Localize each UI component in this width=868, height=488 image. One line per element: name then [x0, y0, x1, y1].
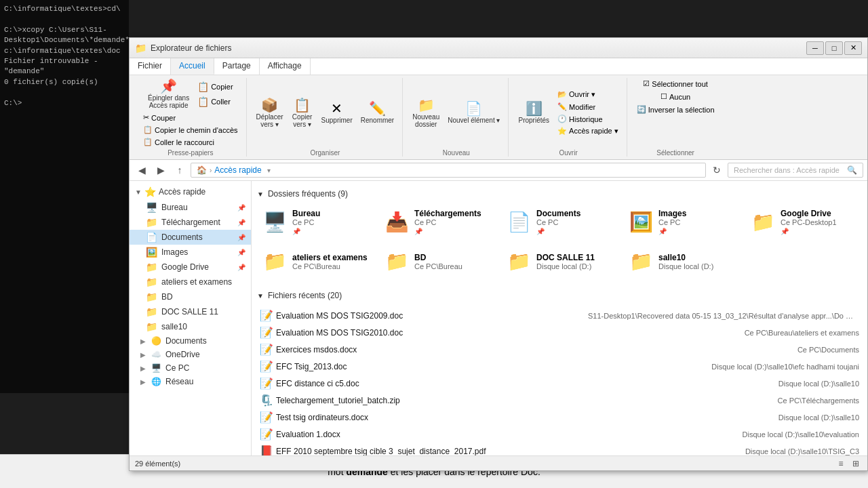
- search-bar[interactable]: Rechercher dans : Accès rapide 🔍: [728, 163, 863, 178]
- star-icon: ⭐: [144, 186, 156, 197]
- frequent-grid: 🖥️ Bureau Ce PC 📌 📥 Téléchargements Ce P…: [257, 204, 862, 277]
- close-button[interactable]: ✕: [844, 41, 862, 55]
- list-item[interactable]: 📝 Test tsig ordinateurs.docx Disque loca…: [257, 409, 862, 426]
- inverser-selection-button[interactable]: 🔄Inverser la sélection: [634, 104, 717, 115]
- sidebar-item-ateliers[interactable]: 📁 ateliers et examens: [130, 274, 251, 289]
- ribbon: Fichier Accueil Partage Affichage 📌 Épin…: [130, 58, 867, 160]
- aucun-button[interactable]: ☐Aucun: [658, 91, 693, 102]
- large-icons-view-button[interactable]: ⊞: [850, 458, 862, 469]
- list-item[interactable]: 📝 Evaluation MS DOS TSIG2010.doc Ce PC\B…: [257, 324, 862, 341]
- organiser-label: Organiser: [310, 149, 340, 157]
- folder-bd[interactable]: 📁 BD Ce PC\Bureau: [379, 245, 496, 277]
- ribbon-tabs: Fichier Accueil Partage Affichage: [130, 58, 867, 75]
- list-item[interactable]: 📝 Evaluation MS DOS TSIG2009.doc S11-Des…: [257, 307, 862, 324]
- refresh-button[interactable]: ↻: [709, 163, 725, 178]
- sidebar-group-documents[interactable]: ▶ 🟡 Documents: [130, 334, 251, 348]
- proprietes-button[interactable]: ℹ️ Propriétés: [515, 100, 552, 125]
- sidebar-group-cepc[interactable]: ▶ 🖥️ Ce PC: [130, 361, 251, 375]
- folder-salle10[interactable]: 📁 salle10 Disque local (D:): [623, 245, 740, 277]
- group-arrow: ▶: [140, 365, 146, 372]
- copier-chemin-button[interactable]: 📋Copier le chemin d'accès: [140, 124, 241, 136]
- ribbon-group-selectionner: ☑Sélectionner tout ☐Aucun 🔄Inverser la s…: [629, 78, 723, 157]
- recent-section-header[interactable]: ▼ Fichiers récents (20): [257, 288, 862, 304]
- list-item[interactable]: 📝 EFC Tsig_2013.doc Disque local (D:)\sa…: [257, 358, 862, 375]
- presse-papiers-label: Presse-papiers: [167, 149, 213, 157]
- coller-raccourci-button[interactable]: 📋Coller le raccourci: [140, 136, 241, 148]
- folder-doc-salle[interactable]: 📁 DOC SALLE 11 Disque local (D:): [501, 245, 618, 277]
- sidebar-item-doc-salle[interactable]: 📁 DOC SALLE 11: [130, 304, 251, 319]
- nouveau-dossier-button[interactable]: 📁 Nouveaudossier: [410, 97, 442, 129]
- selectionner-tout-button[interactable]: ☑Sélectionner tout: [640, 78, 711, 89]
- ateliers-icon: 📁: [146, 277, 157, 287]
- address-bar[interactable]: 🏠 › Accès rapide ▾: [191, 163, 706, 178]
- pin-indicator: 📌: [237, 204, 245, 211]
- supprimer-button[interactable]: ✕ Supprimer: [319, 100, 355, 125]
- group-arrow: ▶: [140, 351, 146, 359]
- download-icon: 📁: [146, 217, 157, 228]
- folder-google-drive[interactable]: 📁 Google Drive Ce PC-Desktop1 📌: [745, 204, 862, 240]
- ribbon-nouveau-buttons: 📁 Nouveaudossier 📄 Nouvel élément ▾: [410, 78, 502, 148]
- navigation-bar: ◀ ▶ ↑ 🏠 › Accès rapide ▾ ↻ Rechercher da…: [130, 160, 867, 181]
- folder-telechargements[interactable]: 📥 Téléchargements Ce PC 📌: [379, 204, 496, 240]
- view-controls: ≡ ⊞: [835, 458, 862, 469]
- up-button[interactable]: ↑: [172, 163, 188, 178]
- file-icon: 📝: [260, 326, 276, 339]
- details-view-button[interactable]: ≡: [835, 458, 847, 469]
- acces-rapide-button[interactable]: ⭐Accès rapide ▾: [555, 125, 621, 137]
- deplacer-button[interactable]: 📦 Déplacervers ▾: [254, 97, 286, 129]
- renommer-button[interactable]: ✏️ Renommer: [358, 100, 397, 125]
- folder-bureau[interactable]: 🖥️ Bureau Ce PC 📌: [257, 204, 374, 240]
- address-text: Accès rapide: [214, 165, 261, 175]
- sidebar-group-reseau[interactable]: ▶ 🌐 Réseau: [130, 375, 251, 388]
- copier-button[interactable]: 📋 Copier: [195, 80, 235, 94]
- list-item[interactable]: 📝 Exercices msdos.docx Ce PC\Documents: [257, 341, 862, 358]
- sidebar-item-images[interactable]: 🖼️ Images 📌: [130, 245, 251, 260]
- sidebar-item-bureau[interactable]: 🖥️ Bureau 📌: [130, 200, 251, 215]
- list-item[interactable]: 📝 Evaluation 1.docx Disque local (D:)\sa…: [257, 426, 862, 443]
- file-icon: 📝: [260, 411, 276, 424]
- modifier-button[interactable]: ✏️Modifier: [555, 101, 621, 113]
- coller-button[interactable]: 📋 Coller: [195, 95, 235, 108]
- copier-vers-button[interactable]: 📋 Copiervers ▾: [289, 97, 316, 129]
- ribbon-group-nouveau: 📁 Nouveaudossier 📄 Nouvel élément ▾ Nouv…: [404, 78, 509, 157]
- group-docs-icon: 🟡: [151, 336, 161, 346]
- rename-icon: ✏️: [369, 102, 386, 115]
- address-chevron: ▾: [267, 167, 271, 174]
- window-title: Explorateur de fichiers: [151, 43, 231, 53]
- sidebar-item-salle10[interactable]: 📁 salle10: [130, 319, 251, 334]
- list-item[interactable]: 🗜️ Telechargement_tutoriel_batch.zip Ce …: [257, 392, 862, 409]
- tab-partage[interactable]: Partage: [214, 58, 260, 75]
- back-button[interactable]: ◀: [134, 163, 150, 178]
- sidebar: ▼ ⭐ Accès rapide 🖥️ Bureau 📌 📁 Télécharg…: [130, 181, 252, 455]
- maximize-button[interactable]: □: [825, 41, 843, 55]
- list-item[interactable]: 📝 EFC distance ci c5.doc Disque local (D…: [257, 375, 862, 392]
- tab-fichier[interactable]: Fichier: [130, 58, 171, 75]
- terminal-output: C:\informatique\textes>cd\ C:\>xcopy C:\…: [4, 4, 125, 108]
- folder-documents[interactable]: 📄 Documents Ce PC 📌: [501, 204, 618, 240]
- nouvel-element-button[interactable]: 📄 Nouvel élément ▾: [445, 100, 502, 125]
- sidebar-item-bd[interactable]: 📁 BD: [130, 289, 251, 304]
- ouvrir-button[interactable]: 📂Ouvrir ▾: [555, 89, 621, 100]
- nouveau-label: Nouveau: [443, 149, 470, 157]
- forward-button[interactable]: ▶: [153, 163, 169, 178]
- epingler-button[interactable]: 📌 Épingler dansAccès rapide: [145, 78, 192, 110]
- group-docs-label: Documents: [165, 336, 207, 346]
- ribbon-group-presse-papiers: 📌 Épingler dansAccès rapide 📋 Copier 📋 C…: [135, 78, 247, 157]
- salle10-label: salle10: [161, 322, 187, 331]
- list-item[interactable]: 📕 EFF 2010 septembre tsig cible 3_sujet_…: [257, 443, 862, 455]
- bureau-icon: 🖥️: [146, 202, 157, 213]
- folder-ateliers[interactable]: 📁 ateliers et examens Ce PC\Bureau: [257, 245, 374, 277]
- sidebar-group-onedrive[interactable]: ▶ ☁️ OneDrive: [130, 348, 251, 361]
- tab-affichage[interactable]: Affichage: [260, 58, 311, 75]
- minimize-button[interactable]: ─: [806, 41, 824, 55]
- couper-button[interactable]: ✂Couper: [140, 112, 241, 123]
- sidebar-item-telechargement[interactable]: 📁 Téléchargement 📌: [130, 215, 251, 230]
- sidebar-item-google-drive[interactable]: 📁 Google Drive 📌: [130, 260, 251, 274]
- historique-button[interactable]: 🕐Historique: [555, 113, 621, 125]
- folder-images[interactable]: 🖼️ Images Ce PC 📌: [623, 204, 740, 240]
- tab-accueil[interactable]: Accueil: [171, 58, 214, 75]
- sidebar-quick-access-header[interactable]: ▼ ⭐ Accès rapide: [130, 184, 251, 200]
- search-icon: 🔍: [847, 165, 857, 175]
- sidebar-item-documents[interactable]: 📄 Documents 📌: [130, 230, 251, 245]
- frequent-section-header[interactable]: ▼ Dossiers fréquents (9): [257, 186, 862, 204]
